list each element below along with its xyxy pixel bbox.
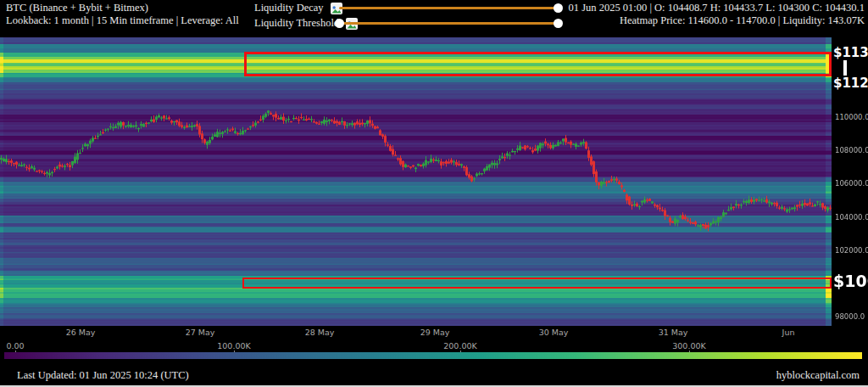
last-updated: Last Updated: 01 Jun 2025 10:24 (UTC) bbox=[17, 369, 189, 382]
liquidity-threshold-label: Liquidity Threshold bbox=[254, 17, 339, 30]
price-tick-label: 104000.0 bbox=[835, 213, 868, 222]
date-tick-label: 30 May bbox=[539, 328, 569, 337]
chart-subtitle: Lookback: 1 month | 15 Min timeframe | L… bbox=[6, 14, 239, 27]
price-tick-label: 102000.0 bbox=[835, 246, 868, 255]
chart-header: BTC (Binance + Bybit + Bitmex) Lookback:… bbox=[6, 2, 239, 27]
decay-slider-track[interactable] bbox=[339, 7, 558, 9]
lower-zone-label: $100k bbox=[833, 272, 868, 290]
liquidity-threshold-control: Liquidity Threshold bbox=[254, 17, 358, 29]
ohlc-readout: 01 Jun 2025 01:00 | O: 104408.7 H: 10443… bbox=[569, 2, 865, 27]
ohlc-line: 01 Jun 2025 01:00 | O: 104408.7 H: 10443… bbox=[569, 2, 865, 14]
liquidity-threshold-slider[interactable] bbox=[339, 18, 558, 28]
zone-range-bracket bbox=[843, 60, 847, 76]
date-tick-label: 27 May bbox=[186, 328, 215, 337]
liquidity-decay-slider[interactable] bbox=[339, 3, 558, 13]
heatmap-readout-line: Heatmap Price: 114600.0 - 114700.0 | Liq… bbox=[569, 14, 865, 27]
threshold-slider-knob-min[interactable] bbox=[335, 19, 344, 28]
date-tick-label: 26 May bbox=[66, 328, 96, 337]
liquidity-zone-box-upper bbox=[244, 52, 832, 76]
colorbar-tick-label: 200.00K bbox=[443, 341, 476, 351]
liquidity-decay-control: Liquidity Decay bbox=[254, 2, 342, 14]
date-tick-label: 29 May bbox=[420, 328, 450, 337]
liquidity-zone-box-lower bbox=[242, 278, 832, 289]
colorbar-tick-label: 0.00 bbox=[6, 341, 24, 351]
date-tick-label: Jun bbox=[782, 328, 795, 337]
colorbar-tick-label: 300.00K bbox=[672, 341, 705, 351]
price-axis: $113.5k $112.5k $100k 110000.0108000.010… bbox=[832, 37, 868, 326]
price-tick-label: 108000.0 bbox=[835, 146, 868, 154]
date-tick-label: 28 May bbox=[305, 328, 335, 337]
threshold-slider-track[interactable] bbox=[339, 22, 558, 25]
price-tick-label: 98000.0 bbox=[835, 312, 865, 321]
upper-zone-bottom-label: $112.5k bbox=[833, 76, 868, 91]
brand-watermark: hyblockcapital.com bbox=[776, 369, 860, 382]
decay-slider-knob[interactable] bbox=[554, 3, 563, 13]
threshold-slider-knob-max[interactable] bbox=[554, 19, 563, 28]
colorbar-tick-label: 100.00K bbox=[217, 341, 250, 351]
date-axis: 26 May27 May28 May29 May30 May31 MayJun bbox=[0, 328, 868, 339]
upper-zone-top-label: $113.5k bbox=[833, 45, 868, 60]
date-tick-label: 31 May bbox=[659, 328, 688, 337]
price-tick-label: 106000.0 bbox=[835, 179, 868, 188]
colorbar-labels: 0.00100.00K200.00K300.00K bbox=[0, 341, 868, 351]
colorbar bbox=[4, 352, 862, 359]
liquidity-decay-label: Liquidity Decay bbox=[254, 2, 324, 14]
chart-title: BTC (Binance + Bybit + Bitmex) bbox=[6, 2, 239, 14]
price-tick-label: 110000.0 bbox=[835, 113, 868, 121]
